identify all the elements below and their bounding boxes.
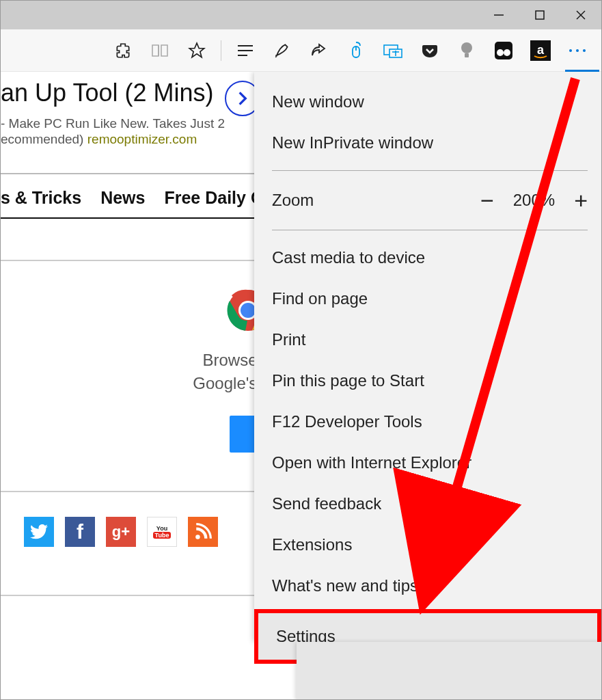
mouse-gestures-icon[interactable]: [339, 35, 373, 66]
roboform-icon[interactable]: [487, 35, 521, 66]
lightbulb-icon[interactable]: [450, 35, 484, 66]
ad-title: an Up Tool (2 Mins): [1, 79, 213, 107]
page-content: an Up Tool (2 Mins) - Make PC Run Like N…: [1, 72, 601, 700]
web-note-icon[interactable]: [265, 35, 299, 66]
reading-list-icon[interactable]: [143, 35, 177, 66]
menu-pin[interactable]: Pin this page to Start: [272, 360, 588, 401]
share-icon[interactable]: [302, 35, 336, 66]
svg-rect-16: [465, 53, 469, 57]
svg-point-22: [569, 49, 572, 52]
youtube-icon[interactable]: You Tube: [147, 517, 177, 547]
menu-cast[interactable]: Cast media to device: [272, 237, 588, 278]
favorites-star-icon[interactable]: [180, 35, 214, 66]
menu-new-inprivate[interactable]: New InPrivate window: [272, 122, 588, 163]
menu-new-window[interactable]: New window: [272, 81, 588, 122]
svg-point-19: [504, 49, 510, 56]
svg-text:a: a: [537, 43, 545, 57]
toolbar-separator: [221, 40, 221, 61]
minimize-icon: [493, 9, 505, 21]
more-menu-panel: New window New InPrivate window Zoom − 2…: [254, 72, 601, 642]
chevron-right-icon: [234, 90, 251, 107]
extensions-icon[interactable]: [106, 35, 140, 66]
window-titlebar: [1, 1, 601, 29]
nav-tab-tips[interactable]: s & Tricks: [1, 188, 81, 208]
menu-extensions[interactable]: Extensions: [272, 524, 588, 565]
nav-tab-news[interactable]: News: [100, 188, 145, 208]
window-maximize-button[interactable]: [519, 1, 560, 29]
menu-feedback[interactable]: Send feedback: [272, 483, 588, 524]
ellipsis-icon: [568, 48, 587, 53]
svg-point-15: [461, 42, 472, 53]
browser-toolbar: a: [1, 29, 601, 72]
svg-marker-5: [189, 43, 204, 57]
menu-zoom-row: Zoom − 200% +: [272, 178, 588, 223]
pocket-icon[interactable]: [413, 35, 447, 66]
maximize-icon: [534, 10, 545, 21]
menu-devtools[interactable]: F12 Developer Tools: [272, 401, 588, 442]
reading-view-icon[interactable]: [228, 35, 262, 66]
facebook-icon[interactable]: f: [65, 517, 95, 547]
svg-rect-17: [495, 42, 512, 59]
svg-rect-1: [536, 11, 544, 19]
window-minimize-button[interactable]: [478, 1, 519, 29]
menu-open-ie[interactable]: Open with Internet Explorer: [272, 442, 588, 483]
window-close-button[interactable]: [560, 1, 601, 29]
translate-icon[interactable]: [376, 35, 410, 66]
zoom-value: 200%: [513, 191, 555, 210]
panel-shadow: [297, 642, 601, 700]
svg-point-18: [497, 49, 504, 56]
zoom-label: Zoom: [272, 191, 314, 210]
menu-find[interactable]: Find on page: [272, 278, 588, 319]
google-plus-icon[interactable]: g+: [106, 517, 136, 547]
menu-print[interactable]: Print: [272, 319, 588, 360]
svg-point-23: [576, 49, 579, 52]
more-menu-button[interactable]: [560, 35, 594, 66]
twitter-icon[interactable]: [24, 517, 54, 547]
close-icon: [575, 9, 587, 21]
ad-domain-link[interactable]: remooptimizer.com: [87, 132, 197, 146]
zoom-out-button[interactable]: −: [480, 189, 494, 212]
menu-whats-new[interactable]: What's new and tips: [272, 565, 588, 606]
svg-point-24: [583, 49, 586, 52]
amazon-assistant-icon[interactable]: a: [523, 35, 558, 66]
rss-icon[interactable]: [188, 517, 218, 547]
svg-point-28: [195, 535, 200, 539]
zoom-in-button[interactable]: +: [574, 189, 588, 212]
